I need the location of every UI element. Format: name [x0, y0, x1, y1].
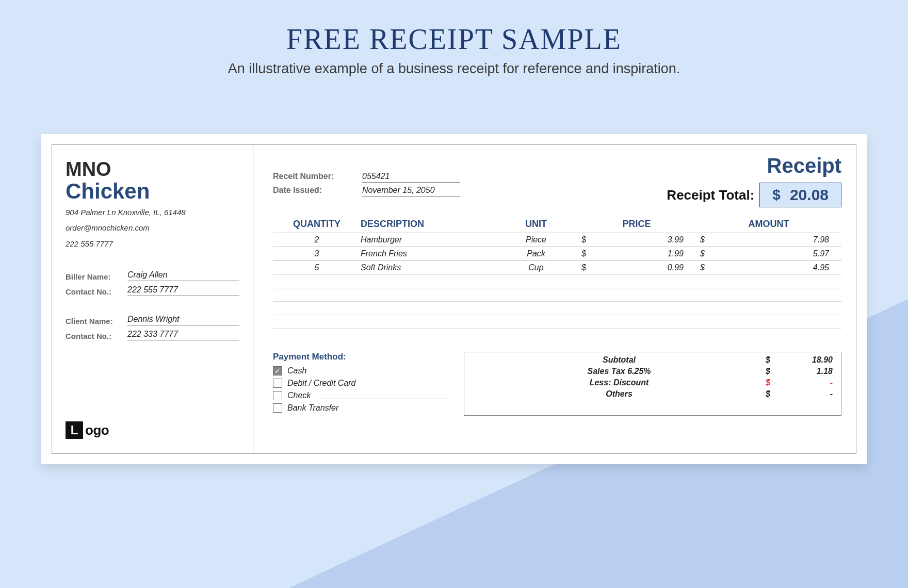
receipt-card: MNO Chicken 904 Palmer Ln Knoxville, IL,… [41, 134, 867, 464]
table-row-empty [273, 315, 841, 328]
receipt-number-value: 055421 [362, 172, 460, 183]
payment-option-label: Check [287, 391, 311, 400]
payment-option[interactable]: Debit / Credit Card [273, 379, 448, 388]
left-panel: MNO Chicken 904 Palmer Ln Knoxville, IL,… [52, 145, 253, 453]
summary-label: Subtotal [473, 355, 766, 365]
payment-option-label: Cash [287, 366, 306, 375]
summary-label: Others [473, 389, 766, 399]
company-email: order@mnochicken.com [66, 222, 239, 234]
client-block: Client Name: Dennis Wright Contact No.: … [66, 315, 239, 345]
payment-methods: Payment Method: ✓CashDebit / Credit Card… [273, 352, 448, 416]
item-qty: 5 [273, 263, 361, 272]
item-amount: $5.97 [696, 249, 841, 258]
total-currency: $ [772, 187, 781, 203]
table-row-empty [273, 274, 841, 288]
table-row: 5Soft DrinksCup$0.99$4.95 [273, 260, 841, 274]
table-row-empty [273, 328, 841, 341]
summary-value: 1.18 [781, 367, 833, 376]
item-unit: Piece [495, 235, 577, 244]
summary-row: Less: Discount$- [473, 377, 833, 388]
client-contact-label: Contact No.: [66, 332, 127, 340]
item-qty: 3 [273, 249, 361, 258]
item-price: $1.99 [577, 249, 696, 258]
receipt-total-box: $ 20.08 [759, 183, 841, 207]
company-name-line2: Chicken [66, 180, 239, 203]
total-amount: 20.08 [790, 186, 829, 204]
item-desc: French Fries [361, 249, 495, 258]
page-title: FREE RECEIPT SAMPLE [0, 0, 908, 56]
client-name-label: Client Name: [66, 317, 127, 325]
table-row: 2HamburgerPiece$3.99$7.98 [273, 233, 841, 247]
summary-row: Subtotal$18.90 [473, 354, 833, 366]
payment-option[interactable]: Check [273, 391, 448, 400]
payment-option-label: Debit / Credit Card [287, 379, 356, 388]
item-price: $3.99 [577, 235, 696, 244]
item-desc: Soft Drinks [361, 263, 495, 272]
payment-option[interactable]: Bank Transfer [273, 403, 448, 413]
item-desc: Hamburger [361, 235, 495, 244]
biller-contact-value: 222 555 7777 [127, 285, 239, 296]
company-name-line1: MNO [66, 159, 239, 180]
col-price: PRICE [577, 219, 696, 230]
table-row: 3French FriesPack$1.99$5.97 [273, 247, 841, 260]
payment-option[interactable]: ✓Cash [273, 366, 448, 375]
card-inner: MNO Chicken 904 Palmer Ln Knoxville, IL,… [52, 144, 856, 454]
page-subtitle: An illustrative example of a business re… [0, 61, 908, 77]
summary-row: Others$- [473, 388, 833, 400]
item-amount: $4.95 [696, 263, 841, 272]
col-description: DESCRIPTION [361, 219, 495, 230]
logo-text: ogo [85, 422, 109, 438]
biller-contact-label: Contact No.: [66, 287, 127, 296]
meta-block: Receit Number: 055421 Date Issued: Novem… [273, 172, 460, 200]
biller-name-value: Craig Allen [127, 270, 239, 281]
summary-currency: $ [766, 367, 781, 376]
checkbox-icon[interactable] [273, 391, 282, 400]
checkbox-icon[interactable] [273, 379, 282, 388]
receipt-total-label: Receipt Total: [667, 187, 754, 203]
company-address: 904 Palmer Ln Knoxville, IL, 61448 [66, 207, 239, 219]
receipt-heading: Receipt [667, 154, 841, 177]
client-contact-value: 222 333 7777 [127, 330, 239, 340]
table-row-empty [273, 288, 841, 301]
item-price: $0.99 [577, 263, 696, 272]
col-unit: UNIT [495, 219, 577, 230]
receipt-number-label: Receit Number: [273, 172, 353, 183]
biller-name-label: Biller Name: [66, 272, 127, 281]
biller-block: Biller Name: Craig Allen Contact No.: 22… [66, 270, 239, 300]
summary-row: Sales Tax 6.25%$1.18 [473, 366, 833, 377]
col-amount: AMOUNT [696, 219, 841, 230]
summary-currency: $ [766, 378, 781, 387]
table-row-empty [273, 301, 841, 315]
client-name-value: Dennis Wright [127, 315, 239, 325]
company-phone: 222 555 7777 [66, 238, 239, 250]
checkbox-icon[interactable]: ✓ [273, 366, 282, 375]
item-unit: Pack [495, 249, 577, 258]
summary-currency: $ [766, 389, 781, 399]
item-amount: $7.98 [696, 235, 841, 244]
summary-label: Sales Tax 6.25% [473, 367, 766, 376]
summary-box: Subtotal$18.90Sales Tax 6.25%$1.18Less: … [464, 352, 841, 416]
summary-value: 18.90 [781, 355, 833, 365]
col-quantity: QUANTITY [273, 219, 361, 230]
check-fill-line [319, 392, 448, 399]
date-issued-value: November 15, 2050 [362, 186, 460, 197]
payment-method-title: Payment Method: [273, 352, 448, 362]
summary-currency: $ [766, 355, 781, 365]
item-qty: 2 [273, 235, 361, 244]
checkbox-icon[interactable] [273, 403, 282, 413]
summary-value: - [781, 378, 833, 387]
item-unit: Cup [495, 263, 577, 272]
right-panel: Receit Number: 055421 Date Issued: Novem… [253, 145, 856, 453]
items-table: QUANTITY DESCRIPTION UNIT PRICE AMOUNT 2… [273, 216, 841, 341]
payment-option-label: Bank Transfer [287, 403, 338, 413]
summary-label: Less: Discount [473, 378, 766, 387]
logo-icon: L [66, 421, 83, 439]
summary-value: - [781, 389, 833, 399]
logo-placeholder: L ogo [66, 421, 239, 439]
date-issued-label: Date Issued: [273, 186, 353, 197]
